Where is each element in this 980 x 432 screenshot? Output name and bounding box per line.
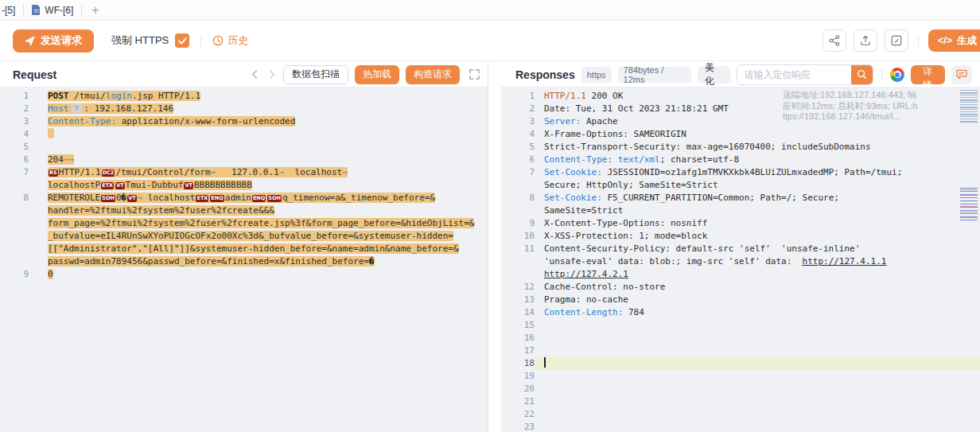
code-line[interactable]: passwd=admin789456&passwd_before=&finish…	[0, 255, 488, 268]
code-line[interactable]: 7RSHTTP/1.1DC2/tmui/Control/form→ 127.0.…	[0, 166, 488, 179]
line-content: X-XSS-Protection: 1; mode=block	[535, 230, 980, 243]
code-line[interactable]: 6204→→	[0, 154, 488, 166]
code-line[interactable]: 7Set-Cookie: JSESSIONID=oz1afg1mTMVKXkbk…	[501, 166, 980, 179]
code-line[interactable]: http://127.4.2.1	[501, 268, 980, 281]
code-line[interactable]: form_page=%2ftmui%2fsystem%2fuser%2fcrea…	[0, 217, 488, 230]
line-content: _bufvalue=eIL4RUnSwXYoPUIOGcOFx2o00Xc%3d…	[29, 230, 488, 243]
beautify-button[interactable]: 美化	[698, 66, 730, 84]
code-line[interactable]: 5Strict-Transport-Security: max-age=1607…	[501, 141, 980, 154]
code-line[interactable]: 1POST /tmui/login.jsp HTTP/1.1	[0, 90, 488, 103]
line-number	[0, 217, 29, 230]
response-header-controls: 美化 详情	[698, 64, 972, 85]
code-line[interactable]: 11Content-Security-Policy: default-src '…	[501, 243, 980, 255]
line-number: 17	[501, 344, 535, 357]
toolbar-divider	[918, 35, 919, 47]
search-input[interactable]	[737, 65, 851, 84]
chevron-left-icon[interactable]	[250, 69, 260, 80]
code-line[interactable]: 23	[501, 421, 980, 432]
request-panel: Request 数据包扫描 热加载 构造请求 1POST /tmui/login…	[0, 62, 488, 432]
line-content: Strict-Transport-Security: max-age=16070…	[535, 141, 980, 154]
code-line[interactable]: 21	[501, 395, 980, 408]
line-content: REMOTEROLESOH0�VT→ localhostETXENQadminE…	[29, 192, 488, 204]
code-line[interactable]: handler=%2ftmui%2fsystem%2fuser%2fcreate…	[0, 204, 488, 217]
chevron-right-icon[interactable]	[266, 69, 277, 80]
code-line[interactable]: 15	[501, 319, 980, 332]
line-number: 15	[501, 319, 535, 332]
code-line[interactable]: _bufvalue=eIL4RUnSwXYoPUIOGcOFx2o00Xc%3d…	[0, 230, 488, 243]
line-content	[535, 344, 980, 357]
code-line[interactable]: [["Administrator","[All]"]]&systemuser-h…	[0, 243, 488, 255]
construct-request-button[interactable]: 构造请求	[406, 65, 460, 84]
code-line[interactable]: 2Host?: 192.168.127.146	[0, 103, 488, 115]
line-number: 8	[501, 192, 535, 204]
line-content: Secure; HttpOnly; SameSite=Strict	[535, 179, 980, 192]
tab-wf5[interactable]: -[5]	[0, 0, 23, 20]
line-content	[535, 421, 980, 432]
line-number: 5	[501, 141, 535, 154]
code-line[interactable]: 13Pragma: no-cache	[501, 294, 980, 306]
code-line[interactable]: 18	[501, 357, 980, 370]
code-line[interactable]: 16	[501, 332, 980, 344]
code-line[interactable]: 9X-Content-Type-Options: nosniff	[501, 217, 980, 230]
request-editor[interactable]: 1POST /tmui/login.jsp HTTP/1.12Host?: 19…	[0, 88, 488, 432]
line-number: 3	[0, 115, 29, 128]
minimap[interactable]	[959, 88, 980, 432]
stats-badge: 784bytes / 12ms	[618, 67, 692, 83]
code-line[interactable]: Secure; HttpOnly; SameSite=Strict	[501, 179, 980, 192]
header-divider	[881, 68, 882, 80]
tab-wf6[interactable]: WF-[6]	[24, 0, 81, 20]
clock-icon	[212, 35, 224, 46]
packet-scan-button[interactable]: 数据包扫描	[283, 65, 348, 84]
code-line[interactable]: 8REMOTEROLESOH0�VT→ localhostETXENQadmin…	[0, 192, 488, 204]
protocol-badge: https	[581, 67, 612, 83]
code-line[interactable]: 90	[0, 268, 488, 281]
code-line[interactable]: 8Set-Cookie: F5_CURRENT_PARTITION=Common…	[501, 192, 980, 204]
export-button[interactable]	[854, 29, 877, 52]
line-number: 7	[0, 166, 29, 179]
share-button[interactable]	[822, 29, 846, 52]
line-content: Host?: 192.168.127.146	[29, 103, 488, 115]
hot-reload-button[interactable]: 热加载	[355, 65, 399, 84]
search-button[interactable]	[851, 65, 873, 84]
line-number: 16	[501, 332, 535, 344]
code-line[interactable]: 17	[501, 344, 980, 357]
chrome-icon[interactable]	[890, 68, 904, 82]
toolbar-right-group: </> 生成 Yaml	[822, 29, 980, 52]
generate-yaml-button[interactable]: </> 生成 Yaml	[928, 29, 980, 52]
code-line[interactable]: 'unsafe-eval' data: blob:; img-src 'self…	[501, 255, 980, 268]
code-line[interactable]: SameSite=Strict	[501, 204, 980, 217]
code-line[interactable]: 10X-XSS-Protection: 1; mode=block	[501, 230, 980, 243]
tab-bar: -[5] WF-[6] +	[0, 0, 980, 21]
code-line[interactable]: 14Content-Length: 784	[501, 306, 980, 319]
line-number	[501, 179, 535, 192]
code-line[interactable]: 4	[0, 128, 488, 141]
selection-chip	[48, 128, 54, 138]
line-content	[29, 128, 488, 141]
send-request-button[interactable]: 发送请求	[13, 29, 94, 53]
code-line[interactable]: 20	[501, 383, 980, 395]
code-line[interactable]: 4X-Frame-Options: SAMEORIGIN	[501, 128, 980, 141]
edit-button[interactable]	[885, 29, 908, 52]
fullscreen-icon[interactable]	[469, 69, 480, 80]
line-content: X-Frame-Options: SAMEORIGIN	[535, 128, 980, 141]
share-icon	[829, 35, 840, 46]
history-button[interactable]: 历史	[212, 33, 248, 48]
code-line[interactable]: 3Content-Type: application/x-www-form-ur…	[0, 115, 488, 128]
response-editor[interactable]: 远端地址:192.168.127.146:443; 响 应时间:12ms; 总耗…	[501, 88, 980, 432]
code-line[interactable]: 19	[501, 370, 980, 383]
force-https-checkbox[interactable]	[175, 33, 189, 48]
details-button[interactable]: 详情	[911, 65, 945, 84]
code-line[interactable]: 12Cache-Control: no-store	[501, 281, 980, 294]
new-tab-button[interactable]: +	[82, 3, 108, 18]
feedback-button[interactable]	[951, 65, 972, 84]
locate-response-search	[737, 64, 873, 85]
line-content: Content-Length: 784	[535, 306, 980, 319]
code-line[interactable]: 5	[0, 141, 488, 154]
line-content: Content-Type: text/xml; charset=utf-8	[535, 154, 980, 166]
code-line[interactable]: localhostPETXVTTmui-DubbufVTBBBBBBBBBBB	[0, 179, 488, 192]
line-content	[535, 319, 980, 332]
line-content: form_page=%2ftmui%2fsystem%2fuser%2fcrea…	[29, 217, 488, 230]
code-line[interactable]: 22	[501, 408, 980, 421]
response-panel-header: Responses https 784bytes / 12ms 美化 详情	[501, 62, 980, 88]
code-line[interactable]: 6Content-Type: text/xml; charset=utf-8	[501, 154, 980, 166]
